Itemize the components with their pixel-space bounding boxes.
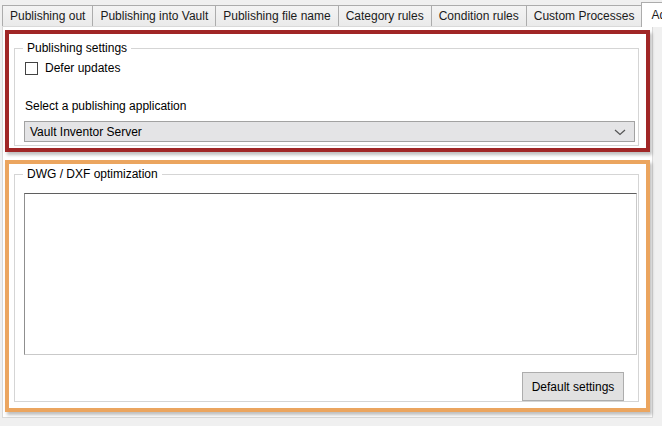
tab-additional-settings[interactable]: Additional settings — [641, 2, 662, 27]
tab-publishing-into-vault[interactable]: Publishing into Vault — [92, 5, 216, 26]
tab-strip: Publishing out Publishing into Vault Pub… — [2, 2, 662, 27]
default-settings-button[interactable]: Default settings — [522, 372, 624, 401]
select-application-label: Select a publishing application — [25, 99, 186, 113]
tab-category-rules[interactable]: Category rules — [338, 5, 432, 26]
dwg-optimization-group-title: DWG / DXF optimization — [23, 167, 162, 181]
defer-updates-row[interactable]: Defer updates — [25, 61, 120, 75]
dwg-optimization-list[interactable] — [24, 193, 637, 355]
publishing-settings-group-title: Publishing settings — [23, 41, 131, 55]
publishing-application-dropdown[interactable]: Vault Inventor Server — [24, 121, 635, 142]
chevron-down-icon[interactable] — [614, 129, 626, 136]
tab-custom-processes[interactable]: Custom Processes — [526, 5, 643, 26]
publishing-application-value: Vault Inventor Server — [30, 125, 142, 139]
defer-updates-label[interactable]: Defer updates — [45, 61, 120, 75]
tab-publishing-out[interactable]: Publishing out — [2, 5, 93, 26]
defer-updates-checkbox[interactable] — [25, 62, 38, 75]
tab-publishing-file-name[interactable]: Publishing file name — [215, 5, 338, 26]
tab-condition-rules[interactable]: Condition rules — [431, 5, 527, 26]
